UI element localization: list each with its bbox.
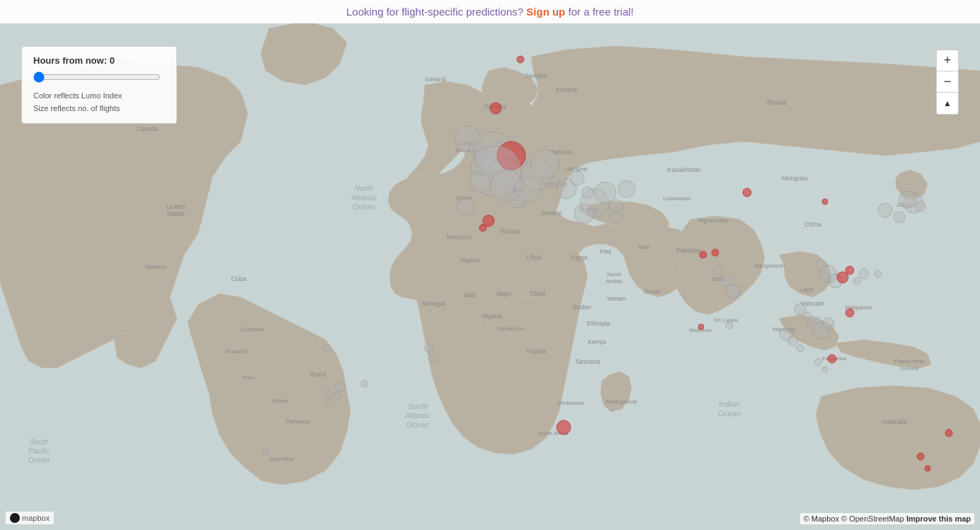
time-slider[interactable] [33,71,161,83]
svg-text:Chad: Chad [530,290,545,297]
svg-text:Niger: Niger [496,290,512,297]
svg-point-156 [326,398,332,404]
svg-text:United: United [166,203,185,210]
improve-map-link[interactable]: Improve this map [906,514,971,523]
svg-text:Iraq: Iraq [600,248,611,255]
svg-point-114 [822,199,828,204]
svg-point-135 [797,345,804,352]
svg-text:Tunisia: Tunisia [500,228,520,235]
banner-cta[interactable]: Sign up [526,6,565,18]
svg-point-126 [916,202,925,212]
svg-text:Mongolia: Mongolia [782,175,808,182]
svg-point-144 [712,249,719,256]
svg-point-153 [333,393,340,400]
svg-text:Guinea: Guinea [900,365,918,371]
zoom-out-button[interactable]: − [937,71,958,93]
svg-text:Finland: Finland [556,86,577,93]
svg-point-120 [853,277,860,284]
svg-text:Zimbabwe: Zimbabwe [558,400,584,406]
svg-point-122 [874,270,882,277]
svg-point-127 [899,191,916,208]
legend-size-text: Size reflects no. of flights [33,103,165,115]
svg-point-139 [828,355,836,363]
svg-text:Papua New: Papua New [894,358,924,364]
svg-text:Oman: Oman [644,288,661,295]
svg-text:Morocco: Morocco [447,234,472,241]
svg-text:Russia: Russia [767,99,787,106]
svg-text:Cuba: Cuba [231,275,246,282]
svg-text:Canada: Canada [135,125,158,132]
svg-text:China: China [804,221,821,228]
zoom-in-button[interactable]: + [937,50,958,71]
svg-point-154 [335,382,345,392]
svg-point-138 [822,367,828,372]
svg-point-111 [490,103,501,114]
svg-text:Ocean: Ocean [406,420,429,429]
svg-point-124 [894,212,905,223]
osm-attribution: © OpenStreetMap [841,514,904,523]
svg-text:Yemen: Yemen [606,295,626,302]
svg-point-141 [714,266,723,275]
svg-point-155 [322,387,329,394]
svg-text:Senegal: Senegal [421,300,445,307]
svg-text:Bangladesh: Bangladesh [755,263,785,269]
svg-text:Ocean: Ocean [718,409,741,417]
svg-point-103 [570,171,584,185]
svg-text:Nigeria: Nigeria [482,313,503,320]
svg-point-145 [698,324,704,330]
svg-text:States: States [166,210,185,217]
hours-value: 0 [110,55,115,66]
svg-text:Greece: Greece [541,209,562,217]
svg-text:Peru: Peru [244,374,256,381]
svg-text:South: South [408,402,428,410]
zoom-reset-button[interactable]: ▲ [937,93,958,114]
svg-point-158 [424,344,433,352]
svg-text:Atlantic: Atlantic [404,411,431,420]
svg-point-96 [479,224,486,231]
svg-text:Iran: Iran [638,243,649,250]
svg-text:Tanzania: Tanzania [575,358,600,365]
mapbox-logo: mapbox [6,512,54,524]
svg-text:Ocean: Ocean [28,456,50,464]
mapbox-attribution: © Mapbox [804,514,839,523]
svg-text:Pacific: Pacific [28,447,49,455]
map-attribution: © Mapbox © OpenStreetMap Improve this ma… [800,513,974,524]
svg-text:Ethiopia: Ethiopia [587,320,610,327]
svg-text:Kenya: Kenya [588,338,606,345]
svg-text:Colombia: Colombia [239,326,263,333]
svg-point-93 [469,171,491,192]
svg-point-112 [517,56,524,63]
svg-point-134 [788,336,798,346]
svg-text:Sudan: Sudan [573,304,591,311]
svg-point-100 [531,150,559,178]
svg-text:Uzbekistan: Uzbekistan [663,195,691,202]
svg-point-148 [945,430,952,437]
svg-point-121 [859,269,869,279]
svg-text:Madagascar: Madagascar [606,398,637,405]
svg-text:Atlantic: Atlantic [351,193,377,202]
svg-text:Paraguay: Paraguay [286,418,310,425]
svg-point-136 [845,309,854,317]
svg-text:Ecuador: Ecuador [226,348,247,355]
legend-color-text: Color reflects Lumo Index [33,90,165,103]
svg-point-113 [743,188,751,197]
mapbox-logo-text: mapbox [22,514,50,522]
svg-text:Indian: Indian [719,400,740,408]
svg-text:Argentina: Argentina [270,456,295,462]
svg-text:North: North [355,184,374,192]
svg-point-147 [557,420,571,434]
zoom-controls: + − ▲ [936,50,959,115]
banner-suffix: for a free trial! [568,6,634,18]
control-panel: Hours from now: 0 Color reflects Lumo In… [21,46,177,124]
banner-prefix: Looking for flight-specific predictions? [346,6,523,18]
svg-point-106 [595,182,616,203]
svg-point-109 [618,180,635,197]
svg-text:Saudi: Saudi [607,271,622,277]
svg-point-149 [917,453,924,460]
svg-text:South: South [30,438,49,446]
svg-point-140 [700,251,707,258]
svg-point-110 [610,212,622,223]
svg-point-107 [582,187,593,198]
svg-point-94 [457,198,474,215]
svg-text:Brazil: Brazil [310,371,326,378]
